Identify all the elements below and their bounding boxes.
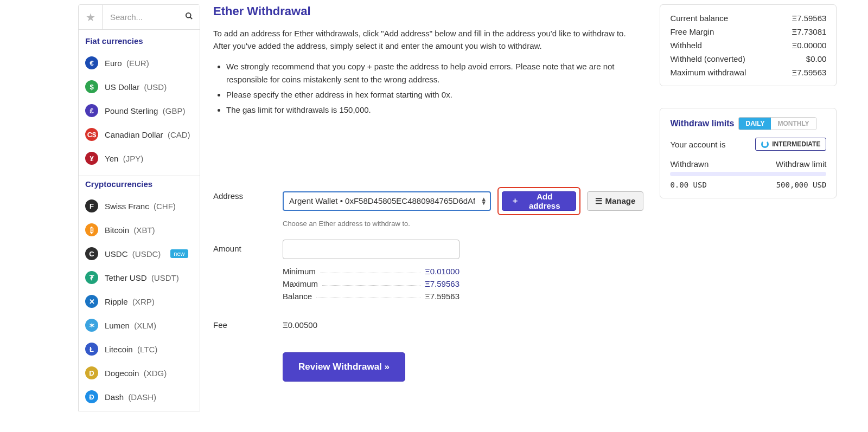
- coin-icon: F: [85, 199, 98, 212]
- monthly-tab[interactable]: MONTHLY: [771, 118, 815, 130]
- currency-symbol: (LTC): [137, 345, 157, 354]
- currency-symbol: (DASH): [128, 392, 156, 402]
- star-icon: ★: [86, 11, 95, 24]
- currency-symbol: (USDC): [132, 249, 161, 259]
- currency-name: Tether USD: [105, 273, 147, 282]
- svg-point-0: [186, 13, 191, 18]
- page-title: Ether Withdrawal: [213, 4, 643, 18]
- sidebar-item-usd[interactable]: $US Dollar (USD): [79, 75, 200, 99]
- currency-symbol: (XLM): [134, 321, 156, 330]
- currency-symbol: (JPY): [123, 154, 144, 163]
- sidebar-item-jpy[interactable]: ¥Yen (JPY): [79, 146, 200, 170]
- daily-tab[interactable]: DAILY: [739, 118, 771, 130]
- bal-label: Balance: [283, 292, 312, 301]
- address-label: Address: [213, 187, 283, 201]
- instruction-list: We strongly recommend that you copy + pa…: [213, 60, 643, 117]
- coin-icon: £: [85, 104, 98, 117]
- limit-progress: [670, 172, 826, 176]
- withdrawn-value: 0.00 USD: [670, 180, 706, 189]
- currency-name: Swiss Franc: [105, 202, 149, 211]
- balance-panel: Current balanceΞ7.59563Free MarginΞ7.730…: [660, 4, 837, 86]
- coin-icon: ₿: [85, 223, 98, 236]
- sidebar-item-usdc[interactable]: CUSDC (USDC)new: [79, 242, 200, 266]
- sidebar-item-eur[interactable]: €Euro (EUR): [79, 51, 200, 75]
- currency-name: Yen: [105, 154, 118, 163]
- account-tier[interactable]: INTERMEDIATE: [755, 138, 826, 151]
- sidebar-item-usdt[interactable]: ₮Tether USD (USDT): [79, 266, 200, 289]
- currency-name: Ripple: [105, 297, 128, 306]
- account-is-text: Your account is: [670, 140, 725, 149]
- coin-icon: €: [85, 56, 98, 69]
- coin-icon: ₮: [85, 271, 98, 284]
- bullet: The gas limit for withdrawals is 150,000…: [226, 104, 643, 117]
- coin-icon: D: [85, 366, 98, 379]
- max-label: Maximum: [283, 279, 318, 288]
- balance-value: Ξ0.00000: [792, 41, 826, 50]
- balance-label: Withheld: [670, 41, 701, 50]
- manage-button[interactable]: ☰ Manage: [587, 191, 644, 211]
- address-select[interactable]: Argent Wallet • 0xF58D45805EC4880984765D…: [283, 191, 491, 211]
- coin-icon: ✕: [85, 295, 98, 308]
- sidebar-item-gbp[interactable]: £Pound Sterling (GBP): [79, 99, 200, 122]
- add-address-highlight: ＋ Add address: [497, 187, 580, 215]
- min-value: Ξ0.01000: [425, 267, 459, 276]
- fiat-title: Fiat currencies: [79, 30, 200, 49]
- sidebar-item-dash[interactable]: ĐDash (DASH): [79, 385, 200, 409]
- currency-symbol: (XBT): [133, 225, 155, 235]
- coin-icon: C: [85, 247, 98, 260]
- balance-label: Free Margin: [670, 27, 714, 36]
- balance-label: Current balance: [670, 14, 728, 23]
- balance-value: Ξ7.59563: [792, 68, 826, 77]
- balance-value: Ξ7.73081: [792, 27, 826, 36]
- sidebar: ★ Fiat currencies €Euro (EUR)$US Dollar …: [78, 4, 200, 411]
- currency-symbol: (GBP): [163, 106, 186, 115]
- currency-name: Litecoin: [105, 345, 133, 354]
- bullet: Please specify the ether address in hex …: [226, 88, 643, 101]
- coin-icon: Đ: [85, 390, 98, 403]
- bal-value: Ξ7.59563: [425, 292, 459, 301]
- fee-value: Ξ0.00500: [283, 316, 317, 330]
- sidebar-item-xdg[interactable]: DDogecoin (XDG): [79, 361, 200, 385]
- sidebar-item-cad[interactable]: C$Canadian Dollar (CAD): [79, 122, 200, 146]
- selected-address: Argent Wallet • 0xF58D45805EC4880984765D…: [289, 196, 475, 205]
- new-badge: new: [170, 249, 188, 258]
- amount-label: Amount: [213, 240, 283, 253]
- amount-input[interactable]: [283, 240, 459, 259]
- currency-symbol: (XDG): [144, 369, 167, 378]
- min-label: Minimum: [283, 267, 316, 276]
- svg-line-1: [190, 17, 192, 19]
- favorites-filter[interactable]: ★: [79, 5, 103, 29]
- search-icon: [185, 12, 193, 22]
- balance-label: Maximum withdrawal: [670, 68, 746, 77]
- currency-name: Lumen: [105, 321, 130, 330]
- coin-icon: ¥: [85, 152, 98, 165]
- sidebar-item-chf[interactable]: FSwiss Franc (CHF): [79, 194, 200, 218]
- sidebar-item-xbt[interactable]: ₿Bitcoin (XBT): [79, 218, 200, 242]
- currency-name: Canadian Dollar: [105, 130, 163, 139]
- crypto-title: Cryptocurrencies: [79, 176, 200, 192]
- review-withdrawal-button[interactable]: Review Withdrawal »: [283, 352, 405, 382]
- add-address-button[interactable]: ＋ Add address: [502, 191, 576, 211]
- balance-row: Maximum withdrawalΞ7.59563: [670, 68, 826, 77]
- coin-icon: ✶: [85, 319, 98, 332]
- sidebar-item-ltc[interactable]: ŁLitecoin (LTC): [79, 337, 200, 361]
- address-hint: Choose an Ether address to withdraw to.: [283, 220, 643, 228]
- sidebar-item-xrp[interactable]: ✕Ripple (XRP): [79, 289, 200, 313]
- coin-icon: Ł: [85, 343, 98, 356]
- currency-symbol: (EUR): [126, 59, 149, 68]
- plus-icon: ＋: [511, 196, 519, 206]
- page-description: To add an address for Ether withdrawals,…: [213, 27, 643, 53]
- currency-symbol: (USD): [144, 82, 167, 92]
- coin-icon: C$: [85, 128, 98, 141]
- sidebar-item-xlm[interactable]: ✶Lumen (XLM): [79, 313, 200, 337]
- balance-row: WithheldΞ0.00000: [670, 41, 826, 50]
- currency-name: Pound Sterling: [105, 106, 158, 115]
- list-icon: ☰: [595, 196, 602, 206]
- balance-label: Withheld (converted): [670, 54, 745, 63]
- spinner-icon: [761, 140, 769, 148]
- limit-value: 500,000 USD: [776, 180, 827, 189]
- currency-name: Dogecoin: [105, 369, 139, 378]
- coin-icon: $: [85, 80, 98, 93]
- currency-name: Euro: [105, 59, 122, 68]
- currency-symbol: (CHF): [154, 202, 176, 211]
